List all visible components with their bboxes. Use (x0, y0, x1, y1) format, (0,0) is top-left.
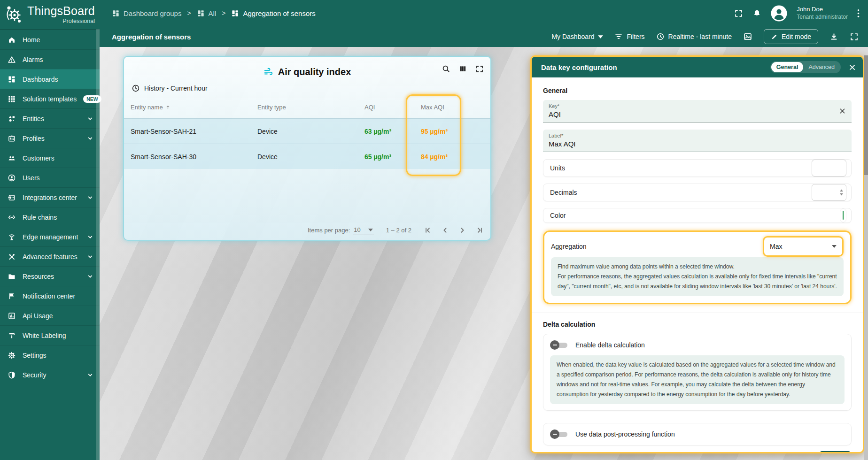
key-field-value: AQI (549, 110, 846, 118)
clock-icon (656, 32, 665, 41)
entity-name-cell: Smart-Sensor-SAH-30 (131, 153, 257, 161)
dialog-title: Data key configuration (541, 63, 770, 71)
fullscreen-icon[interactable] (734, 9, 743, 18)
sidebar-item-advanced-features[interactable]: Advanced features (0, 246, 100, 266)
sidebar-item-notification-center[interactable]: Notification center (0, 286, 100, 306)
aggregation-info-line2: For performance reasons, the aggregated … (558, 272, 837, 291)
column-header-entity-name[interactable]: Entity name (131, 104, 257, 111)
aggregation-select[interactable]: Max (763, 236, 844, 257)
section-divider (532, 313, 863, 313)
tab-general[interactable]: General (771, 62, 804, 72)
more-menu-icon[interactable] (857, 9, 860, 18)
white-labeling-icon (8, 331, 16, 340)
delta-info: When enabled, the data key value is calc… (550, 355, 845, 404)
first-page-icon[interactable] (424, 226, 432, 234)
color-swatch[interactable] (843, 211, 844, 220)
scrollbar-thumb[interactable] (864, 55, 868, 175)
sidebar-item-alarms[interactable]: Alarms (0, 49, 100, 69)
column-label: AQI (364, 104, 375, 111)
sidebar-item-label: Integrations center (23, 194, 80, 201)
entities-icon (8, 115, 16, 123)
dashboards-icon (197, 9, 205, 17)
delta-toggle[interactable] (550, 340, 569, 350)
filter-icon (614, 32, 623, 41)
rule-chains-icon (8, 213, 16, 222)
decimals-input[interactable] (812, 184, 846, 201)
color-picker[interactable] (840, 208, 846, 222)
sidebar-item-customers[interactable]: Customers (0, 148, 100, 168)
caret-down-icon (598, 35, 603, 38)
breadcrumb-label: All (209, 9, 217, 17)
download-icon[interactable] (829, 32, 838, 41)
columns-icon[interactable] (459, 65, 467, 73)
sidebar-item-edge-management[interactable]: Edge management (0, 227, 100, 246)
app-logo[interactable]: ThingsBoard Professional (0, 0, 100, 30)
next-page-icon[interactable] (458, 226, 466, 234)
breadcrumb-dashboard-groups[interactable]: Dashboard groups (112, 9, 181, 17)
label-field-label: Label* (549, 133, 846, 138)
sidebar-item-solution-templates[interactable]: Solution templates NEW (0, 89, 100, 108)
column-header-entity-type[interactable]: Entity type (257, 104, 364, 111)
alarm-warning-icon (8, 55, 16, 64)
key-field[interactable]: Key* AQI (543, 100, 852, 123)
sidebar-item-white-labeling[interactable]: White Labeling (0, 325, 100, 345)
search-icon[interactable] (442, 64, 450, 73)
sidebar-item-label: Resources (23, 273, 80, 280)
page-scrollbar[interactable] (864, 55, 868, 460)
expand-fullscreen-icon[interactable] (475, 65, 484, 73)
column-header-max-aqi[interactable]: Max AQI (421, 104, 495, 111)
last-page-icon[interactable] (476, 226, 484, 234)
filters-button[interactable]: Filters (614, 32, 644, 41)
page-size-select[interactable]: 10 (353, 225, 373, 235)
dashboard-state-select[interactable]: My Dashboard (551, 33, 603, 40)
sidebar-item-profiles[interactable]: Profiles (0, 128, 100, 148)
sidebar-item-rule-chains[interactable]: Rule chains (0, 207, 100, 227)
previous-page-icon[interactable] (441, 226, 449, 234)
units-input[interactable] (812, 160, 846, 176)
edit-mode-button[interactable]: Edit mode (764, 29, 818, 44)
table-row[interactable]: Smart-Sensor-SAH-21 Device 63 µg/m³ 95 µ… (124, 118, 490, 144)
save-button[interactable]: Save (820, 451, 851, 452)
sidebar-item-api-usage[interactable]: Api Usage (0, 306, 100, 325)
sidebar-item-dashboards[interactable]: Dashboards (0, 69, 100, 89)
tab-advanced[interactable]: Advanced (803, 62, 840, 72)
sidebar-item-home[interactable]: Home (0, 30, 100, 49)
sidebar-item-label: Settings (23, 352, 94, 359)
dashboards-icon (112, 9, 120, 17)
sidebar-item-label: Notification center (23, 292, 94, 300)
dashboard-image-icon[interactable] (743, 32, 752, 41)
sidebar-scrollbar[interactable] (96, 29, 100, 460)
fullscreen-icon[interactable] (850, 32, 859, 41)
clear-icon[interactable] (839, 107, 846, 115)
sidebar-item-resources[interactable]: Resources (0, 266, 100, 286)
sidebar-item-settings[interactable]: Settings (0, 345, 100, 365)
entities-table: Entity name Entity type AQI Max AQI Smar… (124, 96, 490, 169)
breadcrumb-separator: > (221, 9, 226, 17)
column-header-aqi[interactable]: AQI (364, 104, 421, 111)
resources-folder-icon (8, 272, 16, 281)
label-field[interactable]: Label* Max AQI (543, 130, 852, 152)
post-processing-toggle[interactable] (550, 429, 569, 439)
caret-down-icon (832, 245, 837, 248)
close-icon[interactable] (848, 63, 856, 71)
timewindow-info[interactable]: History - Current hour (144, 84, 208, 92)
breadcrumb-current[interactable]: Aggregation of sensors (231, 9, 315, 17)
sidebar-item-entities[interactable]: Entities (0, 108, 100, 128)
aqi-cell: 65 µg/m³ (364, 153, 421, 161)
table-row[interactable]: Smart-Sensor-SAH-30 Device 65 µg/m³ 84 µ… (124, 144, 490, 169)
max-aqi-cell: 84 µg/m³ (421, 153, 495, 161)
avatar[interactable] (771, 5, 787, 22)
user-info[interactable]: John Doe Tenant administrator (797, 6, 848, 20)
sidebar-item-label: Users (23, 174, 94, 182)
chevron-down-icon (86, 135, 94, 142)
solution-templates-icon (8, 95, 16, 103)
spinner-icon[interactable] (839, 189, 844, 196)
timewindow-button[interactable]: Realtime - last minute (656, 32, 732, 41)
toggle-thumb-off-icon (550, 340, 559, 350)
sidebar-item-security[interactable]: Security (0, 365, 100, 384)
notifications-bell-icon[interactable] (752, 9, 761, 18)
sidebar-item-users[interactable]: Users (0, 168, 100, 187)
breadcrumb-all[interactable]: All (197, 9, 217, 17)
dashboard-state-label: My Dashboard (551, 33, 594, 40)
sidebar-item-integrations-center[interactable]: Integrations center (0, 187, 100, 207)
